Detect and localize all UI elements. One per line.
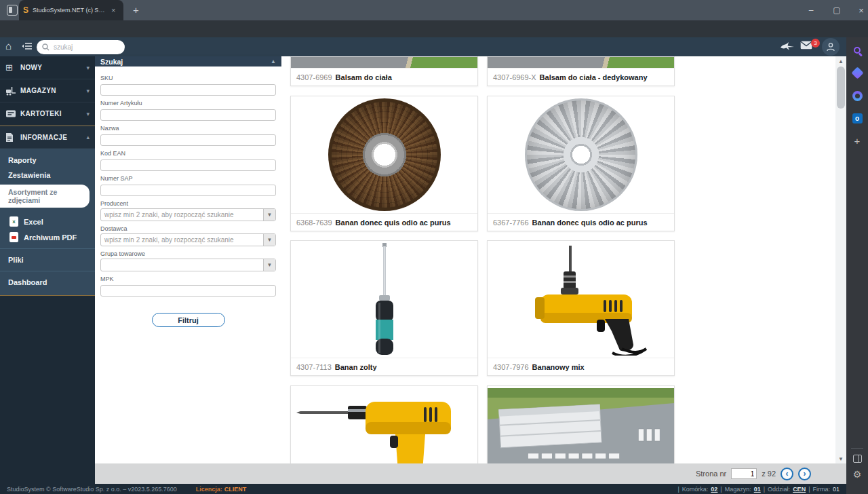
mail-badge: 3	[811, 39, 820, 48]
dostawca-select[interactable]: wpisz min 2 znaki, aby rozpocząć szukani…	[100, 233, 276, 246]
product-name: Bananowy mix	[532, 363, 585, 371]
outlook-icon[interactable]: o	[852, 113, 863, 124]
firma-label: Firma:	[812, 486, 830, 493]
product-image-grinding-disc	[291, 96, 477, 213]
select-chevron-icon[interactable]: ▼	[263, 209, 275, 221]
cell-link[interactable]: 02	[711, 486, 717, 493]
search-icon	[42, 43, 50, 51]
submenu-item-dashboard[interactable]: Dashboard	[0, 275, 95, 290]
product-card[interactable]: 6367-7766Banan donec quis odio ac purus	[487, 96, 675, 231]
sidebar-item-informacje[interactable]: INFORMACJE ▴	[0, 126, 95, 149]
home-icon[interactable]: ⌂	[5, 40, 12, 52]
product-card[interactable]: 4307-7113Banan zolty	[290, 240, 478, 376]
submenu-item-zestawienia[interactable]: Zestawienia	[0, 168, 95, 183]
new-tab-button[interactable]: +	[133, 4, 139, 16]
sidebar-item-nowy[interactable]: ⊞ NOWY ▾	[0, 56, 95, 79]
settings-gear-icon[interactable]: ⚙	[853, 469, 862, 480]
product-name: Banan donec quis odio ac purus	[336, 218, 451, 227]
producent-select[interactable]: wpisz min 2 znaki, aby rozpocząć szukani…	[100, 208, 276, 221]
shopping-tag-icon[interactable]	[852, 67, 863, 79]
sku-input[interactable]	[100, 84, 276, 96]
prev-page-button[interactable]: ‹	[781, 468, 793, 480]
mpk-input[interactable]	[100, 285, 276, 297]
numer-sap-input[interactable]	[100, 185, 276, 196]
select-chevron-icon[interactable]: ▼	[263, 259, 275, 271]
content-scrollbar[interactable]: ▲ ▼	[835, 56, 846, 463]
scrollbar-thumb[interactable]	[837, 66, 845, 109]
product-sku: 4307-6969	[296, 73, 332, 81]
field-label-nazwa: Nazwa	[100, 125, 276, 132]
browser-tab[interactable]: S StudioSystem.NET (c) SoftwareSt ×	[19, 0, 123, 20]
filter-panel-header[interactable]: Szukaj ▲	[95, 56, 281, 66]
field-label-sku: SKU	[100, 75, 276, 81]
app-search-input[interactable]	[54, 43, 111, 51]
submenu-item-raporty[interactable]: Raporty	[0, 153, 95, 168]
filtruj-button[interactable]: Filtruj	[152, 313, 225, 327]
product-sku: 4307-6969-X	[493, 73, 536, 81]
product-card[interactable]: 4307-6969Balsam do ciała	[290, 56, 478, 86]
product-image-road	[291, 57, 477, 68]
chevron-down-icon: ▾	[86, 64, 90, 71]
chevron-down-icon: ▾	[86, 88, 90, 94]
product-card[interactable]: 4307-6969-XBalsam do ciała - dedykowany	[487, 56, 675, 86]
add-sidebar-item-icon[interactable]: +	[852, 135, 863, 147]
pager-total: z 92	[762, 470, 776, 478]
browser-addressbar: ← ⟳ https://st.programdemo.pl/DefaultLef…	[0, 20, 868, 37]
kod-ean-input[interactable]	[100, 159, 276, 171]
edge-search-icon[interactable]	[852, 44, 863, 56]
tab-favicon: S	[23, 5, 28, 15]
status-bar: StudioSystem © SoftwareStudio Sp. z o.o.…	[0, 484, 846, 494]
oddzial-link[interactable]: CEN	[793, 486, 806, 493]
product-card[interactable]: 6368-7639Banan donec quis odio ac purus	[290, 96, 478, 231]
window-maximize-button[interactable]: ▢	[823, 0, 850, 20]
product-grid: 4307-6969Balsam do ciała 4307-6969-XBals…	[281, 56, 835, 463]
license-label: Licencja:	[196, 486, 222, 493]
submenu-item-excel[interactable]: x Excel	[0, 214, 95, 229]
next-page-button[interactable]: ›	[798, 468, 811, 480]
magazyn-link[interactable]: 01	[754, 486, 761, 493]
edge-sidebar: o +	[846, 37, 868, 494]
informacje-submenu: Raporty Zestawienia Asortyment ze zdjęci…	[0, 149, 95, 296]
pager-label: Strona nr	[696, 470, 726, 478]
product-image-road	[488, 57, 674, 68]
sidebar-panel-icon[interactable]	[853, 455, 862, 463]
cell-label: Komórka:	[682, 486, 709, 493]
filter-panel: Szukaj ▲ SKU Numer Artykułu Nazwa Kod EA…	[95, 56, 281, 484]
submenu-item-archiwum-pdf[interactable]: Archiwum PDF	[0, 229, 95, 245]
scroll-up-icon[interactable]: ▲	[835, 56, 846, 66]
sidebar-item-kartoteki[interactable]: KARTOTEKI ▾	[0, 102, 95, 126]
product-name: Balsam do ciała	[336, 73, 392, 81]
scroll-down-icon[interactable]: ▼	[835, 454, 846, 463]
pdf-file-icon	[9, 232, 18, 242]
product-name: Banan zolty	[335, 363, 377, 371]
swallow-icon[interactable]	[780, 41, 795, 52]
product-card[interactable]	[290, 385, 478, 463]
window-minimize-button[interactable]: –	[797, 0, 825, 20]
tab-close-icon[interactable]: ×	[111, 6, 115, 14]
product-card[interactable]: 4307-7976Bananowy mix	[487, 240, 675, 376]
card-file-icon	[5, 109, 20, 118]
submenu-item-pliki[interactable]: Pliki	[0, 252, 95, 267]
collapse-chevron-icon[interactable]: ▲	[271, 58, 276, 64]
pager-bar: Strona nr z 92 ‹ ›	[95, 463, 846, 484]
product-card[interactable]	[487, 385, 675, 463]
product-name: Balsam do ciała - dedykowany	[540, 73, 648, 81]
collapse-menu-icon[interactable]	[22, 42, 33, 50]
page-number-input[interactable]	[731, 468, 757, 479]
window-close-button[interactable]: ×	[848, 0, 868, 20]
numer-artykulu-input[interactable]	[100, 109, 276, 121]
submenu-item-asortyment-selected[interactable]: Asortyment ze zdjęciami	[0, 185, 90, 208]
plus-square-icon: ⊞	[5, 62, 20, 73]
microsoft-loop-icon[interactable]	[852, 90, 863, 102]
product-image-electric-drill	[291, 386, 477, 463]
grupa-towarowe-select[interactable]: ▼	[100, 259, 276, 271]
app-search-box[interactable]	[37, 40, 125, 54]
sidebar: ⊞ NOWY ▾ MAGAZYN ▾ KARTOTEKI ▾ INFORMACJ…	[0, 56, 95, 484]
product-image-warehouse-aerial	[488, 386, 674, 463]
workspaces-icon[interactable]	[7, 5, 18, 16]
nazwa-input[interactable]	[100, 134, 276, 146]
user-icon[interactable]	[822, 38, 840, 56]
select-chevron-icon[interactable]: ▼	[263, 234, 275, 246]
forklift-icon	[5, 86, 20, 96]
sidebar-item-magazyn[interactable]: MAGAZYN ▾	[0, 79, 95, 102]
